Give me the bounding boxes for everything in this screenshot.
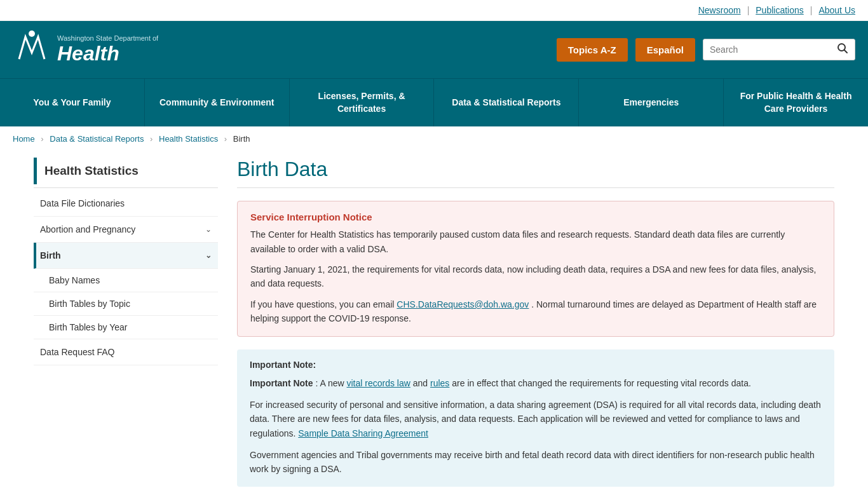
- info-para1-end: are in effect that changed the requireme…: [452, 378, 751, 388]
- alert-para3: If you have questions, you can email CHS…: [250, 297, 821, 326]
- info-para1-text: : A new: [315, 378, 346, 388]
- nav-licenses[interactable]: Licenses, Permits, & Certificates: [290, 79, 435, 126]
- sidebar-sub-birth-topic-label: Birth Tables by Topic: [49, 299, 130, 309]
- breadcrumb: Home › Data & Statistical Reports › Heal…: [0, 126, 868, 151]
- publications-link[interactable]: Publications: [756, 5, 804, 15]
- chevron-down-icon: ⌄: [205, 225, 212, 234]
- info-para1-bold: Important Note: [250, 378, 313, 388]
- sidebar-item-data-faq-label: Data Request FAQ: [40, 347, 115, 357]
- alert-email-link[interactable]: CHS.DataRequests@doh.wa.gov: [397, 299, 529, 309]
- sidebar: Health Statistics Data File Dictionaries…: [34, 151, 218, 488]
- newsroom-link[interactable]: Newsroom: [698, 5, 741, 15]
- alert-para1: The Center for Health Statistics has tem…: [250, 227, 821, 256]
- top-bar: Newsroom | Publications | About Us: [0, 0, 868, 21]
- main-content: Birth Data Service Interruption Notice T…: [237, 151, 834, 488]
- separator1: |: [747, 5, 750, 15]
- sidebar-item-abortion[interactable]: Abortion and Pregnancy ⌄: [34, 217, 218, 243]
- svg-point-1: [29, 30, 35, 37]
- info-note-title: Important Note:: [250, 360, 822, 370]
- about-us-link[interactable]: About Us: [818, 5, 855, 15]
- nav-emergencies[interactable]: Emergencies: [579, 79, 724, 126]
- nav-data-reports[interactable]: Data & Statistical Reports: [434, 79, 579, 126]
- espanol-button[interactable]: Español: [635, 38, 695, 62]
- sidebar-item-data-faq[interactable]: Data Request FAQ: [34, 339, 218, 365]
- breadcrumb-sep2: ›: [150, 134, 153, 144]
- vital-records-law-link[interactable]: vital records law: [347, 378, 410, 388]
- main-nav: You & Your Family Community & Environmen…: [0, 78, 868, 126]
- sidebar-sub-birth-topic[interactable]: Birth Tables by Topic: [34, 292, 218, 316]
- search-input[interactable]: [710, 44, 837, 55]
- separator2: |: [810, 5, 813, 15]
- sidebar-item-data-file-label: Data File Dictionaries: [40, 198, 125, 208]
- info-para1: Important Note : A new vital records law…: [250, 376, 822, 390]
- breadcrumb-sep3: ›: [224, 134, 227, 144]
- nav-you-family[interactable]: You & Your Family: [0, 79, 145, 126]
- rules-link[interactable]: rules: [430, 378, 449, 388]
- logo-icon: [13, 27, 51, 72]
- svg-line-3: [844, 50, 848, 53]
- nav-community-env[interactable]: Community & Environment: [145, 79, 290, 126]
- logo-text: Washington State Department of Health: [57, 34, 158, 65]
- info-para3: Government agencies and Tribal governmen…: [250, 448, 822, 477]
- sidebar-divider-top: [34, 187, 218, 188]
- info-para2: For increased security of personal and s…: [250, 398, 822, 440]
- breadcrumb-data-reports[interactable]: Data & Statistical Reports: [50, 134, 144, 144]
- alert-para2: Starting January 1, 2021, the requiremen…: [250, 262, 821, 291]
- header-right: Topics A-Z Español: [557, 38, 855, 62]
- sidebar-sub-birth-year-label: Birth Tables by Year: [49, 322, 128, 332]
- sample-dsa-link[interactable]: Sample Data Sharing Agreement: [298, 428, 428, 438]
- site-header: Washington State Department of Health To…: [0, 21, 868, 78]
- breadcrumb-home[interactable]: Home: [13, 134, 35, 144]
- sidebar-item-birth[interactable]: Birth ⌄: [34, 243, 218, 269]
- alert-box: Service Interruption Notice The Center f…: [237, 201, 834, 336]
- sidebar-sub-baby-names[interactable]: Baby Names: [34, 269, 218, 292]
- sidebar-sub-birth-year[interactable]: Birth Tables by Year: [34, 316, 218, 339]
- page-title: Birth Data: [237, 158, 834, 188]
- breadcrumb-current: Birth: [233, 134, 250, 144]
- info-para1-mid: and: [413, 378, 430, 388]
- health-text: Health: [57, 42, 158, 65]
- sidebar-item-data-file[interactable]: Data File Dictionaries: [34, 191, 218, 217]
- search-box: [703, 39, 855, 60]
- breadcrumb-health-stats[interactable]: Health Statistics: [159, 134, 218, 144]
- topics-az-button[interactable]: Topics A-Z: [557, 38, 628, 62]
- dept-name: Washington State Department of: [57, 34, 158, 42]
- info-box: Important Note: Important Note : A new v…: [237, 349, 834, 487]
- search-icon: [837, 43, 848, 54]
- logo-area: Washington State Department of Health: [13, 27, 158, 72]
- breadcrumb-sep1: ›: [41, 134, 43, 144]
- sidebar-title: Health Statistics: [34, 158, 218, 184]
- nav-public-health[interactable]: For Public Health & Health Care Provider…: [724, 79, 868, 126]
- alert-title: Service Interruption Notice: [250, 212, 821, 222]
- sidebar-item-abortion-label: Abortion and Pregnancy: [40, 224, 135, 234]
- search-button[interactable]: [837, 43, 848, 57]
- sidebar-item-birth-label: Birth: [40, 250, 61, 261]
- sidebar-sub-baby-names-label: Baby Names: [49, 275, 100, 285]
- content-wrapper: Health Statistics Data File Dictionaries…: [21, 151, 847, 488]
- chevron-down-active-icon: ⌄: [205, 251, 212, 260]
- alert-para3-before: If you have questions, you can email: [250, 299, 397, 309]
